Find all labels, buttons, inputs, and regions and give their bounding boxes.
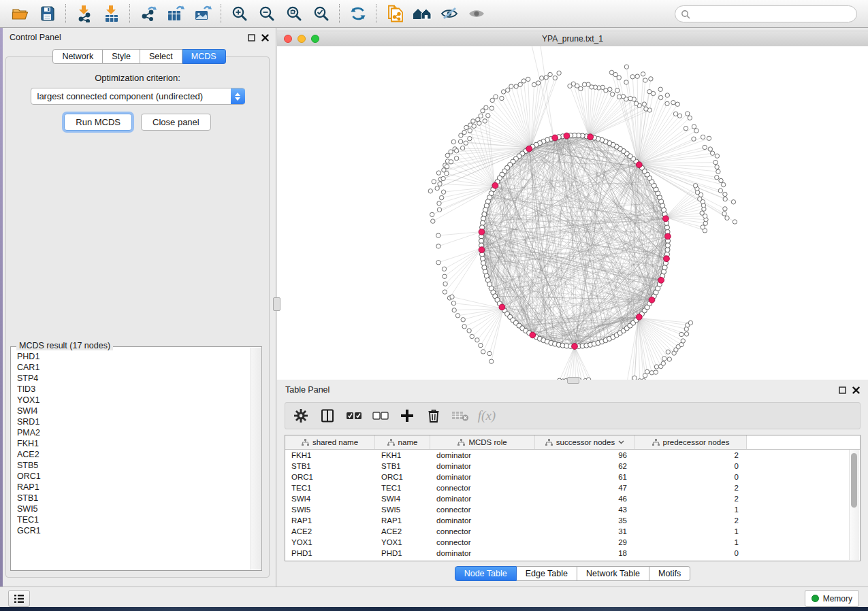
table-row[interactable]: PHD1PHD1dominator180 [285,548,860,559]
ring-node[interactable] [481,216,486,221]
leaf-node[interactable] [490,98,494,102]
import-network-button[interactable] [71,2,98,25]
leaf-node[interactable] [432,180,436,184]
leaf-node[interactable] [694,129,698,133]
leaf-node[interactable] [642,102,646,106]
cell-successor_nodes[interactable]: 47 [535,484,635,492]
cell-name[interactable]: ACE2 [375,527,430,535]
leaf-node[interactable] [521,79,526,83]
mcds-hub-node[interactable] [664,256,670,262]
leaf-node[interactable] [624,80,628,84]
cell-predecessor_nodes[interactable]: 0 [635,549,747,557]
cell-shared_name[interactable]: FKH1 [285,451,375,459]
leaf-node[interactable] [443,274,447,278]
mcds-result-item[interactable]: ORC1 [12,471,251,482]
leaf-node[interactable] [458,139,462,144]
cell-mcds_role[interactable]: connector [430,527,535,535]
leaf-node[interactable] [671,101,675,105]
cell-shared_name[interactable]: STB1 [285,462,375,470]
mcds-hub-node[interactable] [663,216,669,222]
cell-shared_name[interactable]: RAP1 [285,516,375,525]
leaf-node[interactable] [692,137,696,141]
leaf-node[interactable] [722,212,726,216]
leaf-node[interactable] [698,197,702,201]
leaf-node[interactable] [609,70,613,74]
table-row[interactable]: RAP1RAP1dominator352 [285,515,860,526]
leaf-node[interactable] [721,182,725,186]
leaf-node[interactable] [634,101,638,105]
mcds-hub-node[interactable] [649,297,655,303]
mcds-result-item[interactable]: SWI5 [12,503,251,514]
leaf-node[interactable] [723,207,727,211]
leaf-node[interactable] [479,343,483,347]
table-row[interactable]: SWI5SWI5connector431 [285,504,860,515]
mcds-hub-node[interactable] [588,134,594,140]
cell-successor_nodes[interactable]: 29 [535,538,635,546]
leaf-node[interactable] [544,76,548,80]
mcds-hub-node[interactable] [564,133,570,139]
tab-style[interactable]: Style [103,49,140,64]
save-session-button[interactable] [34,2,61,25]
cell-successor_nodes[interactable]: 46 [535,495,635,503]
zoom-selected-button[interactable] [308,2,335,25]
mcds-hub-node[interactable] [636,162,642,168]
leaf-node[interactable] [688,320,692,325]
table-row[interactable]: ACE2ACE2connector311 [285,526,860,537]
leaf-node[interactable] [703,145,707,149]
float-panel-button[interactable] [248,34,255,42]
cell-mcds_role[interactable]: dominator [430,473,535,481]
cell-name[interactable]: ORC1 [375,473,430,481]
leaf-node[interactable] [641,72,645,76]
leaf-node[interactable] [461,318,465,322]
cell-shared_name[interactable]: YOX1 [285,538,375,546]
leaf-node[interactable] [654,365,658,369]
close-mcds-panel-button[interactable]: Close panel [141,114,211,131]
cell-predecessor_nodes[interactable]: 0 [635,473,747,481]
leaf-node[interactable] [701,135,705,139]
leaf-node[interactable] [483,119,487,123]
mcds-result-item[interactable]: SRD1 [12,416,251,427]
leaf-node[interactable] [467,329,471,333]
cell-predecessor_nodes[interactable]: 2 [635,484,747,492]
leaf-node[interactable] [661,361,665,365]
cell-shared_name[interactable]: SWI5 [285,506,375,514]
mcds-hub-node[interactable] [530,332,536,338]
cell-successor_nodes[interactable]: 62 [535,462,635,470]
leaf-node[interactable] [557,71,561,75]
leaf-node[interactable] [667,357,671,361]
mcds-result-item[interactable]: YOX1 [12,395,251,406]
cell-shared_name[interactable]: ORC1 [285,473,375,481]
leaf-node[interactable] [617,76,621,80]
leaf-node[interactable] [526,77,530,81]
cell-successor_nodes[interactable]: 35 [535,516,635,525]
leaf-node[interactable] [731,200,735,204]
table-row[interactable]: TEC1TEC1connector472 [285,482,860,493]
leaf-node[interactable] [700,211,704,215]
leaf-node[interactable] [431,219,435,223]
leaf-node[interactable] [681,339,685,343]
leaf-node[interactable] [454,149,458,153]
memory-button[interactable]: Memory [805,590,859,607]
leaf-node[interactable] [445,171,449,176]
table-row[interactable]: YOX1YOX1connector291 [285,537,860,548]
first-neighbors-button[interactable] [408,2,436,25]
mcds-list-scrollbar[interactable] [251,348,261,569]
leaf-node[interactable] [617,95,621,99]
search-input[interactable] [675,5,857,22]
tab-select[interactable]: Select [140,49,182,64]
optimization-criterion-select[interactable]: largest connected component (undirected) [31,88,245,105]
leaf-node[interactable] [462,130,466,134]
tab-node-table[interactable]: Node Table [455,566,517,581]
cell-successor_nodes[interactable]: 96 [535,451,635,459]
leaf-node[interactable] [437,201,441,205]
leaf-node[interactable] [459,133,463,137]
leaf-node[interactable] [608,87,612,91]
leaf-node[interactable] [494,95,498,99]
mcds-result-item[interactable]: PHD1 [12,351,251,362]
ring-node[interactable] [480,220,485,225]
cell-shared_name[interactable]: ACE2 [285,527,375,535]
column-header-shared-name[interactable]: shared name [285,435,375,449]
leaf-node[interactable] [568,84,572,88]
leaf-node[interactable] [733,220,737,224]
status-list-button[interactable] [8,590,30,607]
